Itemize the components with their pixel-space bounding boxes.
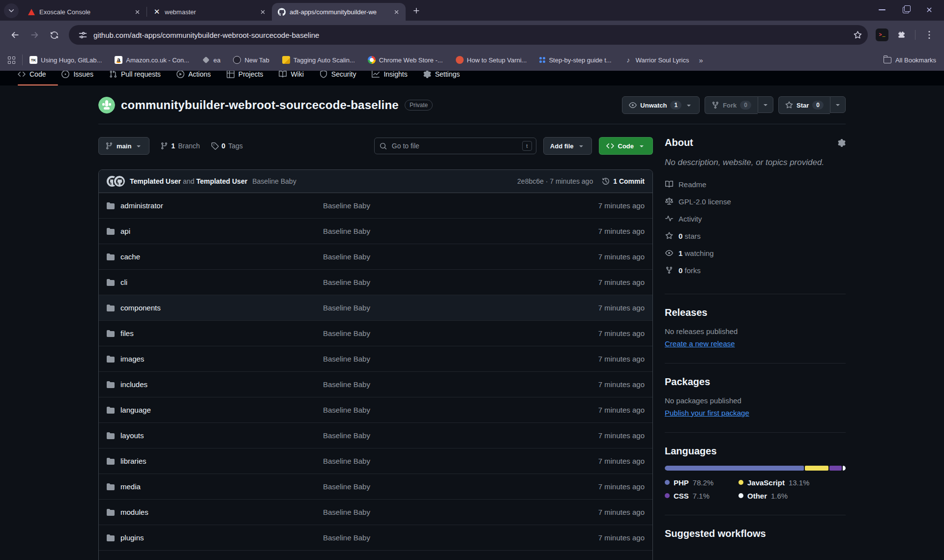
restore-button[interactable] <box>896 2 915 18</box>
about-item-stars[interactable]: 0 stars <box>665 227 846 245</box>
bookmark-item[interactable]: Step-by-step guide t... <box>539 56 611 64</box>
terminal-extension-icon[interactable]: >_ <box>876 28 888 41</box>
about-item-readme[interactable]: Readme <box>665 176 846 193</box>
commit-message-link[interactable]: Baseline Baby <box>323 431 598 440</box>
commit-message-link[interactable]: Baseline Baby <box>323 457 598 465</box>
commit-message[interactable]: Baseline Baby <box>252 177 296 185</box>
language-legend-javascript[interactable]: JavaScript13.1% <box>738 478 846 487</box>
fork-dropdown-button[interactable] <box>758 96 773 113</box>
bookmark-item[interactable]: Chrome Web Store -... <box>368 56 443 64</box>
close-tab-icon[interactable] <box>258 7 267 16</box>
close-tab-icon[interactable] <box>392 7 401 16</box>
table-row[interactable]: languageBaseline Baby7 minutes ago <box>99 397 652 422</box>
about-item-gpl-2.0-license[interactable]: GPL-2.0 license <box>665 193 846 210</box>
forward-button[interactable] <box>26 27 43 43</box>
about-item-activity[interactable]: Activity <box>665 210 846 227</box>
bookmark-item[interactable]: aAmazon.co.uk - Con... <box>115 56 189 64</box>
reload-button[interactable] <box>46 27 62 43</box>
file-name-link[interactable]: files <box>120 329 134 337</box>
commit-author[interactable]: Templated User <box>130 177 181 185</box>
table-row[interactable]: mediaBaseline Baby7 minutes ago <box>99 474 652 499</box>
file-name-link[interactable]: includes <box>120 380 148 389</box>
tab-search-button[interactable] <box>4 3 19 18</box>
table-row[interactable]: filesBaseline Baby7 minutes ago <box>99 320 652 346</box>
file-name-link[interactable]: api <box>120 227 130 235</box>
file-name-link[interactable]: layouts <box>120 431 144 440</box>
bookmark-star-icon[interactable] <box>850 28 865 42</box>
publish-package-link[interactable]: Publish your first package <box>665 409 749 417</box>
code-button[interactable]: Code <box>599 137 653 155</box>
commit-co-author[interactable]: Templated User <box>196 177 247 185</box>
tags-stat[interactable]: 0 Tags <box>211 142 243 150</box>
repo-nav-tab-wiki[interactable]: Wiki <box>273 71 309 85</box>
table-row[interactable]: cacheBaseline Baby7 minutes ago <box>99 244 652 269</box>
commit-message-link[interactable]: Baseline Baby <box>323 304 598 312</box>
extensions-puzzle-icon[interactable] <box>893 27 910 43</box>
commit-message-link[interactable]: Baseline Baby <box>323 533 598 542</box>
file-name-link[interactable]: administrator <box>120 201 163 210</box>
star-button[interactable]: Star 0 <box>778 96 830 114</box>
add-file-button[interactable]: Add file <box>543 137 592 155</box>
table-row[interactable]: cliBaseline Baby7 minutes ago <box>99 269 652 295</box>
avatar[interactable] <box>114 176 125 187</box>
browser-menu-icon[interactable] <box>921 27 938 43</box>
table-row[interactable]: imagesBaseline Baby7 minutes ago <box>99 346 652 371</box>
url-text[interactable]: github.com/adt-apps/communitybuilder-web… <box>93 31 850 39</box>
bookmark-item[interactable]: ♪Warrior Soul Lyrics <box>624 56 689 64</box>
bookmark-item[interactable]: New Tab <box>233 56 269 64</box>
commit-message-link[interactable]: Baseline Baby <box>323 227 598 235</box>
file-name-link[interactable]: media <box>120 482 141 491</box>
file-name-link[interactable]: modules <box>120 508 148 516</box>
repo-owner-avatar[interactable] <box>98 97 115 113</box>
bookmark-item[interactable]: TKUsing Hugo, GitLab... <box>30 56 102 64</box>
file-name-link[interactable]: components <box>120 304 161 312</box>
branches-stat[interactable]: 1 Branch <box>160 142 200 150</box>
branch-selector[interactable]: main <box>98 137 149 155</box>
minimize-button[interactable] <box>872 2 892 18</box>
commit-meta[interactable]: 2e8bc6e · 7 minutes ago <box>517 177 593 185</box>
repo-nav-tab-pull-requests[interactable]: Pull requests <box>103 71 167 85</box>
file-name-link[interactable]: cache <box>120 252 140 261</box>
commit-message-link[interactable]: Baseline Baby <box>323 355 598 363</box>
file-name-link[interactable]: libraries <box>120 457 147 465</box>
close-tab-icon[interactable] <box>133 7 142 16</box>
bookmark-item[interactable]: Tagging Auto Scalin... <box>282 56 355 64</box>
bookmark-item[interactable]: How to Setup Varni... <box>456 56 527 64</box>
commit-message-link[interactable]: Baseline Baby <box>323 508 598 516</box>
create-release-link[interactable]: Create a new release <box>665 339 735 348</box>
tab-webmaster[interactable]: ✕ webmaster <box>147 3 272 21</box>
file-name-link[interactable]: images <box>120 355 144 363</box>
repo-title[interactable]: communitybuilder-webroot-sourcecode-base… <box>121 98 399 112</box>
tab-exoscale-console[interactable]: Exoscale Console <box>22 3 147 21</box>
table-row[interactable]: componentsBaseline Baby7 minutes ago <box>99 295 652 320</box>
languages-bar[interactable] <box>665 466 846 471</box>
close-window-button[interactable] <box>919 2 939 18</box>
file-name-link[interactable]: cli <box>120 278 127 286</box>
repo-nav-tab-settings[interactable]: Settings <box>417 71 466 85</box>
repo-nav-tab-security[interactable]: Security <box>314 71 362 85</box>
table-row[interactable] <box>99 550 652 560</box>
language-legend-other[interactable]: Other1.6% <box>738 492 846 500</box>
about-item-watching[interactable]: 1 watching <box>665 245 846 262</box>
commit-message-link[interactable]: Baseline Baby <box>323 201 598 210</box>
repo-nav-tab-actions[interactable]: Actions <box>171 71 217 85</box>
address-bar[interactable]: github.com/adt-apps/communitybuilder-web… <box>69 25 868 45</box>
language-legend-css[interactable]: CSS7.1% <box>665 492 738 500</box>
repo-nav-tab-issues[interactable]: Issues <box>56 71 99 85</box>
commit-history-link[interactable]: 1 Commit <box>602 177 645 185</box>
back-button[interactable] <box>6 27 23 43</box>
apps-grid-icon[interactable] <box>8 56 15 64</box>
commit-message-link[interactable]: Baseline Baby <box>323 329 598 337</box>
table-row[interactable]: includesBaseline Baby7 minutes ago <box>99 371 652 397</box>
table-row[interactable]: administratorBaseline Baby7 minutes ago <box>99 193 652 218</box>
site-info-icon[interactable] <box>76 28 89 42</box>
table-row[interactable]: pluginsBaseline Baby7 minutes ago <box>99 525 652 550</box>
all-bookmarks-button[interactable]: All Bookmarks <box>884 56 936 64</box>
commit-message-link[interactable]: Baseline Baby <box>323 380 598 389</box>
file-name-link[interactable]: language <box>120 406 151 414</box>
fork-button[interactable]: Fork 0 <box>705 96 758 114</box>
repo-nav-tab-projects[interactable]: Projects <box>221 71 269 85</box>
tab-github-repo[interactable]: adt-apps/communitybuilder-we <box>272 3 406 21</box>
commit-message-link[interactable]: Baseline Baby <box>323 252 598 261</box>
go-to-file-input[interactable] <box>391 141 522 150</box>
